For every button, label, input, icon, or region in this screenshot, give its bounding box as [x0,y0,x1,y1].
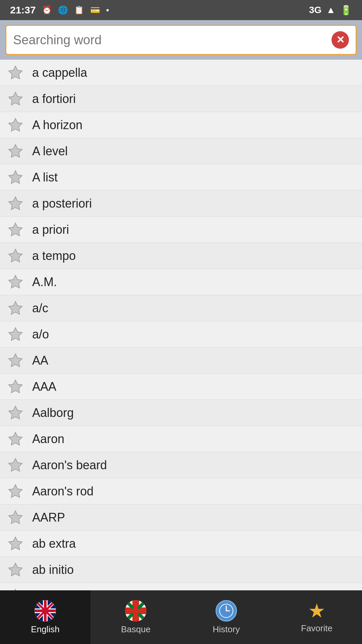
list-item[interactable]: a fortiori [0,86,362,112]
list-item[interactable]: A.M. [0,269,362,295]
list-item[interactable]: Aalborg [0,400,362,426]
favorite-star-icon[interactable] [7,143,24,160]
basque-label: Basque [121,624,150,635]
favorite-star-icon[interactable] [7,116,24,134]
status-bar: 21:37 ⏰ 🌐 📋 💳 • 3G ▲ 🔋 [0,0,362,20]
list-item[interactable]: AARP [0,504,362,531]
search-input[interactable] [13,33,331,47]
word-text: A.M. [32,275,57,289]
favorite-star-icon[interactable] [7,273,24,291]
history-label: History [213,624,240,635]
nav-basque[interactable]: Basque [90,590,181,644]
clear-button[interactable]: ✕ [331,31,349,49]
history-clock-icon [216,600,237,622]
favorite-star-icon[interactable] [7,404,24,422]
clear-icon: ✕ [336,35,345,45]
favorite-star-icon[interactable] [7,561,24,579]
list-item[interactable]: a posteriori [0,191,362,217]
word-text: ab extra [32,537,76,551]
sim-icon: 💳 [90,5,100,15]
list-item[interactable]: Aaron's beard [0,452,362,478]
favorite-star-icon[interactable] [7,300,24,317]
list-item[interactable]: AAA [0,374,362,400]
favorite-star-icon[interactable] [7,221,24,238]
favorite-star-icon[interactable] [7,535,24,552]
favorite-star-icon[interactable] [7,509,24,526]
list-item[interactable]: A level [0,138,362,164]
list-item[interactable]: ab extra [0,531,362,557]
favorite-star-icon[interactable] [7,378,24,395]
word-text: AARP [32,511,65,525]
bottom-nav: English Basque [0,590,362,644]
search-container: ✕ [0,20,362,60]
nav-history[interactable]: History [181,590,272,644]
list-item[interactable]: Aaron [0,426,362,452]
favorite-star-icon[interactable] [7,352,24,369]
list-item[interactable]: ab intra [0,583,362,590]
calendar-icon: 📋 [74,5,84,15]
network-label: 3G [309,5,321,15]
favorite-star-icon[interactable] [7,587,24,591]
favorite-star-icon[interactable] [7,64,24,82]
status-right: 3G ▲ 🔋 [309,5,352,16]
favorite-star-icon[interactable] [7,247,24,265]
word-text: a posteriori [32,197,92,211]
word-text: Aalborg [32,406,74,420]
list-item[interactable]: ab initio [0,557,362,583]
word-text: a/o [32,327,49,341]
word-text: A horizon [32,118,82,132]
favorite-star-icon: ★ [308,601,325,621]
word-text: Aaron's beard [32,458,107,472]
globe-icon: 🌐 [58,5,68,15]
word-text: a/c [32,301,48,315]
word-text: ab initio [32,563,74,577]
battery-icon: 🔋 [340,5,352,16]
list-item[interactable]: A horizon [0,112,362,138]
list-item[interactable]: a tempo [0,243,362,269]
favorite-star-icon[interactable] [7,483,24,500]
word-text: a cappella [32,66,87,80]
list-item[interactable]: a/c [0,295,362,321]
list-item[interactable]: a/o [0,321,362,347]
favorite-star-icon[interactable] [7,195,24,212]
nav-favorite[interactable]: ★ Favorite [272,590,362,644]
svg-rect-17 [134,600,138,622]
signal-icon: ▲ [326,5,336,15]
favorite-star-icon[interactable] [7,90,24,108]
favorite-star-icon[interactable] [7,169,24,186]
word-list: a cappella a fortiori A horizon A level … [0,60,362,590]
word-text: Aaron [32,432,64,446]
word-text: AAA [32,380,56,394]
word-text: a tempo [32,249,76,263]
list-item[interactable]: Aaron's rod [0,478,362,504]
favorite-star-icon[interactable] [7,326,24,343]
word-text: a fortiori [32,92,76,106]
favorite-label: Favorite [301,623,333,634]
favorite-star-icon[interactable] [7,430,24,448]
favorite-star-icon[interactable] [7,457,24,474]
status-time: 21:37 [10,4,36,16]
english-flag-icon [35,600,56,622]
alarm-icon: ⏰ [42,5,52,15]
search-box: ✕ [5,25,357,55]
nav-english[interactable]: English [0,590,90,644]
dot-icon: • [106,5,109,15]
status-left: 21:37 ⏰ 🌐 📋 💳 • [10,4,109,16]
basque-flag-icon [125,600,146,622]
word-text: A list [32,170,58,184]
list-item[interactable]: AA [0,347,362,374]
word-text: a priori [32,223,69,237]
list-item[interactable]: a cappella [0,60,362,86]
list-item[interactable]: a priori [0,217,362,243]
list-item[interactable]: A list [0,164,362,191]
word-text: A level [32,144,68,158]
english-label: English [31,624,59,635]
word-text: AA [32,354,48,368]
word-text: Aaron's rod [32,484,94,498]
